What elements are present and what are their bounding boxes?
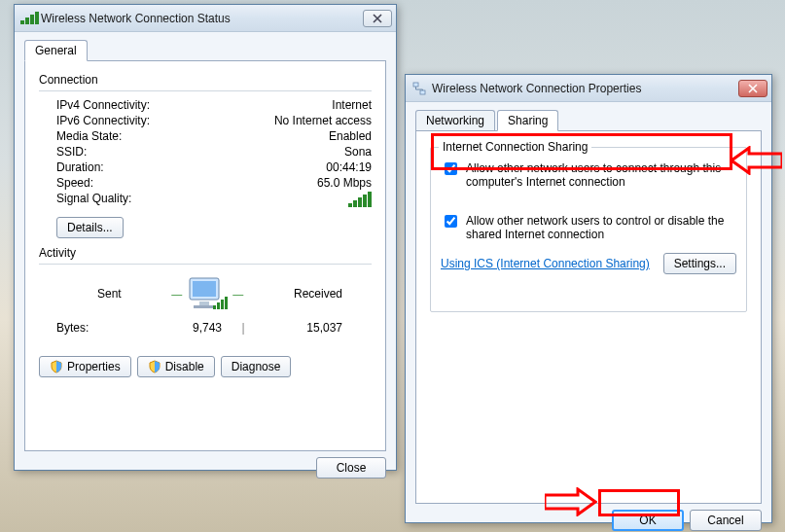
shield-icon	[50, 360, 63, 373]
status-title: Wireless Network Connection Status	[41, 12, 363, 25]
diagnose-button[interactable]: Diagnose	[221, 356, 292, 377]
bytes-received: 15,037	[265, 321, 342, 335]
svg-rect-2	[199, 301, 209, 305]
shield-icon	[148, 360, 161, 373]
checkbox-label[interactable]: Allow other network users to control or …	[466, 214, 736, 241]
kv-row: Duration:00:44:19	[39, 160, 372, 175]
ok-button[interactable]: OK	[612, 510, 684, 531]
ics-link[interactable]: Using ICS (Internet Connection Sharing)	[441, 257, 650, 270]
checkbox-label[interactable]: Allow other network users to connect thr…	[466, 161, 736, 189]
svg-rect-8	[413, 83, 418, 87]
props-titlebar: Wireless Network Connection Properties	[406, 75, 771, 102]
close-button[interactable]: Close	[316, 457, 386, 479]
status-titlebar: Wireless Network Connection Status	[15, 5, 396, 32]
signal-bars-icon	[348, 192, 372, 210]
dash-icon: —	[171, 288, 182, 300]
cancel-button[interactable]: Cancel	[690, 510, 762, 531]
properties-button[interactable]: Properties	[39, 356, 131, 377]
separator: |	[222, 321, 265, 335]
settings-button[interactable]: Settings...	[663, 253, 736, 274]
svg-rect-9	[420, 90, 425, 94]
groupbox-title: Internet Connection Sharing	[439, 140, 591, 154]
details-button[interactable]: Details...	[56, 217, 124, 238]
svg-rect-4	[213, 305, 216, 309]
sent-label: Sent	[97, 287, 122, 301]
props-title: Wireless Network Connection Properties	[432, 82, 738, 95]
checkbox-allow-connect[interactable]	[445, 162, 457, 175]
close-icon	[373, 14, 382, 23]
ics-groupbox: Internet Connection Sharing Allow other …	[430, 147, 747, 312]
activity-heading: Activity	[39, 246, 372, 260]
network-icon	[411, 81, 427, 96]
activity-graphic: Sent — —	[39, 270, 372, 317]
svg-rect-5	[217, 302, 220, 309]
kv-row: SSID:Sona	[39, 144, 372, 160]
properties-window: Wireless Network Connection Properties N…	[405, 74, 772, 523]
kv-row: IPv6 Connectivity:No Internet access	[39, 113, 372, 128]
svg-rect-3	[194, 305, 215, 308]
wifi-icon	[20, 11, 36, 26]
status-window: Wireless Network Connection Status Gener…	[14, 4, 397, 471]
kv-row: Speed:65.0 Mbps	[39, 175, 372, 191]
monitor-icon	[184, 274, 231, 313]
check-allow-control: Allow other network users to control or …	[441, 210, 736, 245]
disable-button[interactable]: Disable	[137, 356, 215, 377]
bytes-row: Bytes: 9,743 | 15,037	[39, 317, 372, 338]
close-button[interactable]	[363, 10, 392, 27]
tab-sharing[interactable]: Sharing	[497, 110, 558, 131]
check-allow-connect: Allow other network users to connect thr…	[441, 158, 736, 193]
status-tabs: General	[24, 40, 386, 61]
checkbox-allow-control[interactable]	[445, 215, 457, 228]
tab-general[interactable]: General	[24, 40, 88, 61]
dash-icon: —	[232, 288, 243, 300]
close-icon	[748, 84, 758, 93]
connection-heading: Connection	[39, 73, 372, 87]
props-tabs: Networking Sharing	[415, 110, 762, 131]
svg-rect-7	[225, 297, 228, 309]
kv-row: Media State:Enabled	[39, 128, 372, 144]
svg-rect-6	[221, 300, 224, 309]
close-button[interactable]	[738, 80, 767, 97]
bytes-sent: 9,743	[144, 321, 222, 335]
kv-row: IPv4 Connectivity:Internet	[39, 97, 372, 113]
received-label: Received	[294, 287, 342, 301]
svg-rect-1	[193, 281, 216, 297]
tab-networking[interactable]: Networking	[415, 110, 495, 131]
signal-quality-row: Signal Quality:	[39, 191, 372, 211]
